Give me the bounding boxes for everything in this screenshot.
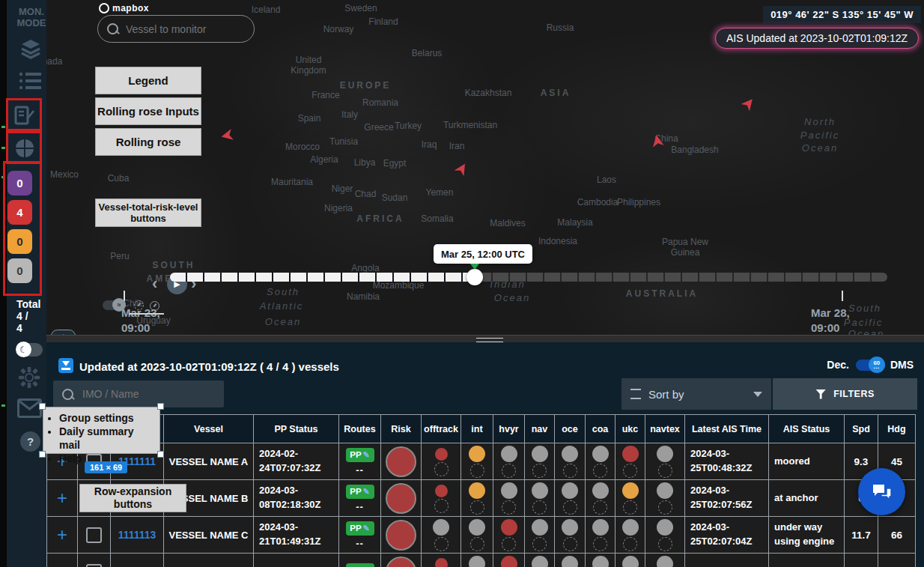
risk-count-button-3[interactable]: 0 [7,258,32,283]
edit-document-icon[interactable] [14,105,35,126]
column-header-nav: nav [525,415,555,443]
risk-dot-gray[interactable] [562,482,578,499]
risk-count-button-1[interactable]: 4 [7,200,32,225]
risk-dot-gray[interactable] [501,482,517,499]
selection-handle[interactable] [157,403,164,410]
risk-dot-gray[interactable] [657,519,673,536]
risk-dot-red[interactable] [435,558,448,567]
selection-handle[interactable] [157,451,164,458]
total-risk-dot[interactable] [386,446,416,477]
timeline-prev-button[interactable]: ‹ [152,276,157,291]
risk-dot-gray[interactable] [622,519,639,536]
risk-dot-gray[interactable] [657,446,673,462]
row-checkbox[interactable] [86,527,102,543]
pp-status: 2024-02-24T07:07:32Z [254,443,339,480]
risk-dot-gray[interactable] [532,446,548,462]
risk-dot-gray[interactable] [622,556,639,567]
row-expand-button[interactable]: + [57,488,67,508]
risk-dot-red[interactable] [435,448,448,461]
pp-badge[interactable]: PP✎ [346,485,374,499]
latest-ais-time: 2024-03-25T02:07:56Z [685,480,769,517]
mapbox-logo: mapbox [99,3,149,13]
vessel-marker-1[interactable] [457,163,468,175]
download-update-icon[interactable] [58,358,73,373]
risk-dot-empty [563,537,577,551]
dms-toggle-knob[interactable]: 60▪▪▪ [869,357,885,373]
risk-count-button-0[interactable]: 0 [7,171,32,195]
risk-dot-gray[interactable] [532,556,548,567]
imo-search[interactable] [53,380,224,407]
help-button[interactable]: ? [20,431,40,452]
risk-dot-orange[interactable] [622,482,639,499]
list-icon[interactable] [19,71,41,91]
vessel-search-input[interactable] [124,22,245,36]
risk-dot-gray[interactable] [592,446,609,462]
risk-dot-orange[interactable] [469,446,485,462]
vessel-marker-0[interactable] [222,130,233,142]
total-risk-dot[interactable] [386,557,416,567]
vessel-marker-3[interactable] [744,98,755,109]
selection-handle[interactable] [39,403,46,410]
layers-icon[interactable] [19,37,42,60]
pie-chart-icon[interactable] [15,139,34,158]
risk-dot-empty [593,500,607,515]
row-expand-button[interactable]: + [57,561,67,567]
risk-dot-gray[interactable] [562,519,578,536]
risk-dot-empty [434,537,449,551]
selection-handle[interactable] [39,451,46,458]
risk-dot-gray[interactable] [532,519,548,536]
risk-dot-gray[interactable] [657,556,673,567]
risk-dot-gray[interactable] [433,519,449,536]
risk-dot-red[interactable] [622,446,639,462]
ais-status: under way using engine [769,517,845,554]
dark-mode-toggle[interactable]: ☾ [17,343,43,357]
sort-by-dropdown[interactable]: Sort by [621,378,771,410]
map-label: Norway [323,24,354,34]
settings-gear-icon[interactable] [17,366,41,389]
filters-button[interactable]: FILTERS [773,378,917,410]
speed-value: 11.7 [845,517,878,554]
pp-badge[interactable]: PP✎ [346,563,374,567]
chat-button[interactable] [858,468,905,515]
risk-dot-gray[interactable] [592,556,609,567]
risk-dot-red[interactable] [501,519,517,536]
imo-search-input[interactable] [81,387,215,401]
risk-dot-gray[interactable] [501,446,517,462]
row-checkbox[interactable] [86,564,102,567]
imo-link[interactable]: 1111113 [118,529,156,541]
pp-badge[interactable]: PP✎ [346,448,374,462]
risk-dot-gray[interactable] [592,482,609,499]
risk-dot-gray[interactable] [592,519,609,536]
risk-dot-gray[interactable] [657,482,673,499]
risk-dot-gray[interactable] [562,556,578,567]
latest-ais-time: 2024-03- [685,554,769,567]
risk-dot-red[interactable] [501,556,517,567]
map-label: Ocean [494,293,530,303]
speed-dial-icon[interactable] [134,300,144,310]
risk-dot-red[interactable] [435,485,448,497]
pp-badge[interactable]: PP✎ [346,521,374,536]
updated-status-text: Updated at 2023-10-02T01:09:12Z ( 4 / 4 … [79,360,339,373]
timeline-track-elapsed[interactable] [170,273,475,282]
risk-dot-gray[interactable] [469,519,485,536]
column-header-ais-status: AIS Status [769,415,845,443]
timeline-handle[interactable] [466,269,483,285]
map-canvas[interactable]: nadaIcelandSwedenFinlandNorwayRussiaUnit… [46,0,924,335]
timeline-track-remaining[interactable] [475,273,887,282]
gauge-icon[interactable] [150,301,159,311]
risk-count-button-2[interactable]: 0 [7,229,32,254]
risk-dot-orange[interactable] [469,482,485,499]
risk-dot-gray[interactable] [469,556,485,567]
panel-resize-bar[interactable] [46,335,924,342]
sort-by-label: Sort by [648,388,684,401]
timeline-mode-toggle[interactable]: ≈ [103,300,124,310]
dec-dms-toggle[interactable]: 60▪▪▪ [856,360,884,371]
vessel-marker-2[interactable] [652,136,663,147]
total-risk-dot[interactable] [386,520,416,551]
row-expand-button[interactable]: + [57,524,67,545]
chevron-down-icon [753,392,762,397]
total-risk-dot[interactable] [386,483,416,514]
risk-dot-gray[interactable] [562,446,578,462]
vessel-search[interactable] [97,15,255,43]
risk-dot-gray[interactable] [532,482,548,499]
